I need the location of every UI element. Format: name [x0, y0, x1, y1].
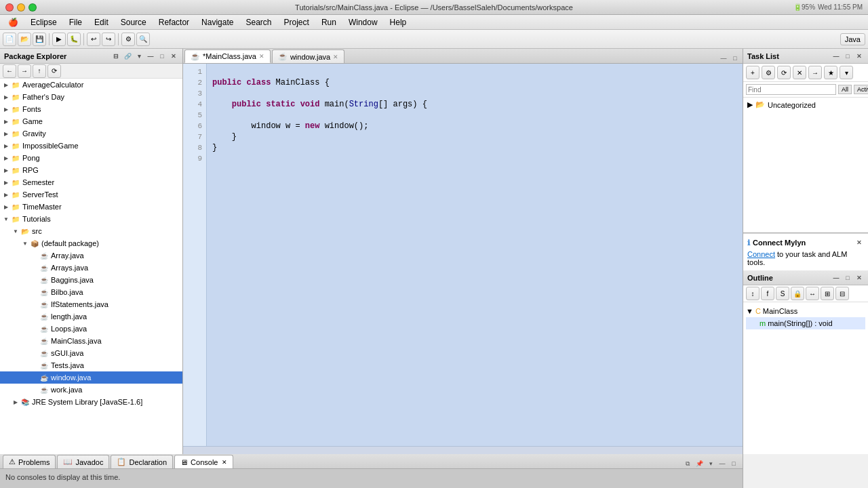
back-button[interactable]: ← — [3, 64, 16, 78]
minimize-panel-icon[interactable]: — — [146, 52, 155, 61]
maximize-panel-icon[interactable]: □ — [157, 52, 167, 61]
outline-class-item[interactable]: ▼ C MainClass — [746, 305, 865, 317]
file-mainclass[interactable]: ▶ ☕ MainClass.java — [0, 335, 182, 347]
new-task-icon[interactable]: + — [746, 66, 760, 79]
editor-max-icon[interactable]: □ — [730, 54, 740, 63]
task-forward-icon[interactable]: → — [808, 66, 822, 79]
collapse-all-icon[interactable]: ⊟ — [111, 52, 121, 61]
project-timemaster[interactable]: ▶ 📁 TimeMaster — [0, 201, 182, 213]
menu-apple[interactable]: 🍎 — [3, 16, 24, 28]
save-button[interactable]: 💾 — [33, 33, 46, 46]
hide-static-icon[interactable]: S — [776, 287, 789, 300]
menu-window[interactable]: Window — [343, 16, 383, 28]
task-min-icon[interactable]: — — [831, 52, 841, 61]
outline-min-icon[interactable]: — — [831, 273, 841, 283]
default-package[interactable]: ▼ 📦 (default package) — [0, 237, 182, 249]
menu-file[interactable]: File — [64, 16, 87, 28]
run-button[interactable]: ▶ — [52, 33, 66, 46]
tab-javadoc[interactable]: 📖 Javadoc — [57, 455, 109, 468]
project-impossiblegame[interactable]: ▶ 📁 ImpossibleGame — [0, 140, 182, 152]
sync-icon[interactable]: ↔ — [806, 287, 819, 300]
task-activate-icon[interactable]: ★ — [824, 66, 837, 79]
file-tests[interactable]: ▶ ☕ Tests.java — [0, 359, 182, 371]
hide-nonpublic-icon[interactable]: 🔒 — [791, 287, 804, 300]
task-close-icon[interactable]: ✕ — [854, 52, 864, 61]
file-arrays[interactable]: ▶ ☕ Arrays.java — [0, 262, 182, 274]
menu-project[interactable]: Project — [279, 16, 315, 28]
redo-button[interactable]: ↪ — [102, 33, 115, 46]
bottom-max-icon[interactable]: □ — [729, 459, 738, 468]
outline-max-icon[interactable]: □ — [843, 273, 852, 283]
tab-mainclass-close[interactable]: ✕ — [259, 53, 264, 60]
window-controls[interactable] — [5, 3, 37, 12]
collapse-outline-icon[interactable]: ⊟ — [835, 287, 849, 300]
undo-button[interactable]: ↩ — [87, 33, 100, 46]
find-input[interactable] — [746, 84, 836, 95]
hide-fields-icon[interactable]: f — [761, 287, 774, 300]
tab-window-close[interactable]: ✕ — [333, 54, 338, 60]
close-panel-icon[interactable]: ✕ — [169, 52, 178, 61]
console-tab-close[interactable]: ✕ — [222, 459, 227, 466]
search-button[interactable]: 🔍 — [136, 33, 150, 46]
build-button[interactable]: ⚙ — [121, 33, 135, 46]
file-length[interactable]: ▶ ☕ length.java — [0, 310, 182, 323]
bottom-menu-icon[interactable]: ▾ — [706, 459, 715, 468]
file-loops[interactable]: ▶ ☕ Loops.java — [0, 323, 182, 335]
minimize-button[interactable] — [17, 3, 25, 12]
project-gravity[interactable]: ▶ 📁 Gravity — [0, 127, 182, 140]
menu-eclipse[interactable]: Eclipse — [25, 16, 62, 28]
activate-button[interactable]: Activate... — [854, 85, 868, 94]
bottom-new-win-icon[interactable]: ⧉ — [683, 459, 692, 468]
connect-link[interactable]: Connect — [747, 250, 775, 258]
code-content[interactable]: public class MainClass { public static v… — [207, 64, 743, 446]
open-button[interactable]: 📂 — [18, 33, 31, 46]
file-array[interactable]: ▶ ☕ Array.java — [0, 249, 182, 262]
task-delete-icon[interactable]: ✕ — [793, 66, 806, 79]
outline-close-icon[interactable]: ✕ — [854, 273, 864, 283]
all-button[interactable]: All — [838, 85, 852, 94]
connect-close-icon[interactable]: ✕ — [854, 238, 864, 247]
tab-console[interactable]: 🖥 Console ✕ — [174, 455, 233, 468]
task-settings-icon[interactable]: ⚙ — [762, 66, 775, 79]
project-averagecalculator[interactable]: ▶ 📁 AverageCalculator — [0, 79, 182, 91]
bottom-pin-icon[interactable]: 📌 — [694, 459, 704, 468]
tab-mainclass[interactable]: ☕ *MainClass.java ✕ — [184, 49, 271, 63]
file-work[interactable]: ▶ ☕ work.java — [0, 384, 182, 396]
menu-source[interactable]: Source — [115, 16, 152, 28]
outline-method-item[interactable]: m main(String[]) : void — [746, 317, 865, 329]
task-max-icon[interactable]: □ — [843, 52, 852, 61]
menu-edit[interactable]: Edit — [89, 16, 114, 28]
project-semester[interactable]: ▶ 📁 Semester — [0, 176, 182, 188]
tab-problems[interactable]: ⚠ Problems — [3, 455, 56, 468]
file-bilbo[interactable]: ▶ ☕ Bilbo.java — [0, 286, 182, 298]
link-with-editor-icon[interactable]: 🔗 — [123, 52, 132, 61]
up-button[interactable]: ↑ — [33, 64, 46, 78]
menu-refactor[interactable]: Refactor — [153, 16, 195, 28]
src-folder[interactable]: ▼ 📂 src — [0, 225, 182, 237]
maximize-button[interactable] — [28, 3, 37, 12]
file-window[interactable]: ▶ ☕ window.java — [0, 371, 182, 384]
file-sgui[interactable]: ▶ ☕ sGUI.java — [0, 347, 182, 359]
tab-declaration[interactable]: 📋 Declaration — [111, 455, 173, 468]
task-menu-icon[interactable]: ▾ — [840, 66, 853, 79]
project-rpg[interactable]: ▶ 📁 RPG — [0, 164, 182, 176]
project-tutorials[interactable]: ▼ 📁 Tutorials — [0, 213, 182, 225]
project-fonts[interactable]: ▶ 📁 Fonts — [0, 103, 182, 115]
code-editor[interactable]: 1 2 3 4 5 6 7 8 9 public class MainClass… — [183, 64, 743, 446]
project-fathers-day[interactable]: ▶ 📁 Father's Day — [0, 91, 182, 103]
menu-navigate[interactable]: Navigate — [196, 16, 239, 28]
project-servertest[interactable]: ▶ 📁 ServerTest — [0, 188, 182, 201]
sort-icon[interactable]: ↕ — [746, 287, 760, 300]
file-ifstatements[interactable]: ▶ ☕ IfStatements.java — [0, 298, 182, 310]
expand-all-icon[interactable]: ⊞ — [821, 287, 834, 300]
panel-menu-icon[interactable]: ▾ — [134, 52, 144, 61]
task-refresh-icon[interactable]: ⟳ — [777, 66, 791, 79]
project-game[interactable]: ▶ 📁 Game — [0, 115, 182, 127]
menu-help[interactable]: Help — [384, 16, 412, 28]
project-pong[interactable]: ▶ 📁 Pong — [0, 152, 182, 164]
jre-library[interactable]: ▶ 📚 JRE System Library [JavaSE-1.6] — [0, 396, 182, 408]
tab-window[interactable]: ☕ window.java ✕ — [272, 49, 344, 63]
uncategorized-item[interactable]: ▶ 📂 Uncategorized — [743, 98, 868, 112]
refresh-button[interactable]: ⟳ — [47, 64, 61, 78]
bottom-min-icon[interactable]: — — [717, 459, 727, 468]
